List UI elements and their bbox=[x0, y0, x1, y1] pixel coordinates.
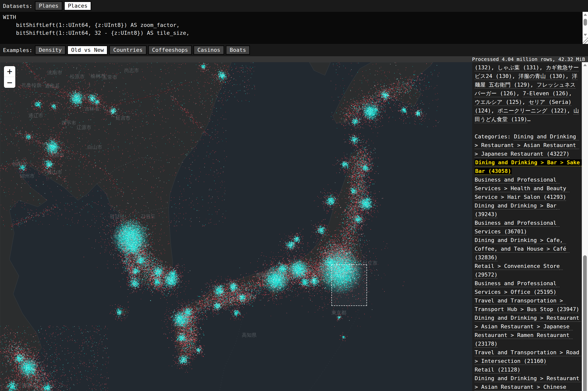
example-button-countries[interactable]: Countries bbox=[109, 45, 147, 55]
query-editor-block: WITH bitShiftLeft(1::UInt64, {z:UInt8}) … bbox=[0, 12, 588, 44]
example-button-coffeeshops[interactable]: Coffeeshops bbox=[148, 45, 192, 55]
dataset-button-places[interactable]: Places bbox=[64, 1, 91, 11]
scrollbar-thumb[interactable] bbox=[583, 255, 587, 391]
query-editor[interactable]: WITH bitShiftLeft(1::UInt64, {z:UInt8}) … bbox=[0, 12, 588, 38]
main-row: + − (132), しゃぶ葉 (131), カギ救急サービス24 (130),… bbox=[0, 62, 588, 391]
status-strip: Processed 4.04 million rows, 42.32 MiB bbox=[0, 56, 588, 62]
brand-link[interactable]: 7-Eleven (126) bbox=[523, 90, 569, 97]
category-link[interactable]: Travel and Transportation > Transport Hu… bbox=[475, 297, 579, 312]
map-selection-box bbox=[331, 265, 367, 306]
scroll-down-icon[interactable] bbox=[584, 34, 587, 36]
brand-link[interactable]: ウエルシア (125) bbox=[475, 99, 522, 105]
category-link[interactable]: Business and Professional Services > Hea… bbox=[475, 177, 570, 200]
brand-link[interactable]: 洋服の青山 (130) bbox=[519, 73, 566, 79]
category-link[interactable]: Dining and Drinking > Cafe, Coffee, and … bbox=[475, 237, 570, 261]
categories-paragraph: Categories: Dining and Drinking > Restau… bbox=[475, 132, 580, 391]
category-link[interactable]: Dining and Drinking > Restaurant > Asian… bbox=[475, 375, 582, 391]
resize-grip-icon[interactable] bbox=[583, 37, 588, 44]
example-button-density[interactable]: Density bbox=[35, 45, 66, 55]
example-button-old-vs-new[interactable]: Old vs New bbox=[67, 45, 108, 55]
category-link[interactable]: Dining and Drinking > Bar (39243) bbox=[475, 202, 560, 217]
brands-paragraph: (132), しゃぶ葉 (131), カギ救急サービス24 (130), 洋服の… bbox=[475, 63, 580, 124]
examples-toggle-group: DensityOld vs NewCountriesCoffeeshopsCas… bbox=[35, 45, 250, 55]
datasets-bar: Datasets: PlanesPlaces bbox=[0, 0, 588, 12]
dataset-button-planes[interactable]: Planes bbox=[35, 1, 62, 11]
category-link[interactable]: Retail > Convenience Store (29572) bbox=[475, 263, 563, 278]
category-link[interactable]: Business and Professional Services (3670… bbox=[475, 220, 560, 235]
sidebar-scrollbar[interactable] bbox=[582, 62, 588, 391]
category-link[interactable]: Business and Professional Services > Off… bbox=[475, 280, 560, 295]
zoom-out-button[interactable]: − bbox=[4, 77, 15, 88]
map-viewport[interactable]: + − bbox=[0, 62, 472, 391]
scroll-up-icon[interactable] bbox=[584, 13, 587, 16]
example-button-casinos[interactable]: Casinos bbox=[193, 45, 224, 55]
example-button-boats[interactable]: Boats bbox=[226, 45, 250, 55]
scrollbar-thumb[interactable] bbox=[584, 19, 587, 26]
query-editor-scrollbar[interactable] bbox=[583, 12, 588, 37]
datasets-toggle-group: PlanesPlaces bbox=[35, 1, 91, 11]
category-link[interactable]: Retail (21128) bbox=[475, 367, 520, 373]
examples-label: Examples: bbox=[3, 47, 32, 53]
examples-bar: Examples: DensityOld vs NewCountriesCoff… bbox=[0, 44, 588, 56]
category-link-highlighted[interactable]: Dining and Drinking > Bar > Sake Bar (43… bbox=[475, 159, 582, 174]
category-link[interactable]: Travel and Transportation > Road > Inter… bbox=[475, 349, 582, 364]
zoom-in-button[interactable]: + bbox=[4, 66, 15, 77]
category-link[interactable]: Dining and Drinking > Restaurant > Asian… bbox=[475, 133, 579, 157]
brand-link[interactable]: (132) bbox=[475, 64, 491, 71]
results-sidebar: (132), しゃぶ葉 (131), カギ救急サービス24 (130), 洋服の… bbox=[472, 62, 582, 391]
status-text: Processed 4.04 million rows, 42.32 MiB bbox=[472, 56, 585, 62]
datasets-label: Datasets: bbox=[3, 3, 32, 9]
map-canvas[interactable] bbox=[0, 62, 472, 391]
brand-link[interactable]: ポニークリーニング (122) bbox=[498, 107, 567, 114]
category-link[interactable]: Dining and Drinking > Restaurant > Asian… bbox=[475, 315, 582, 347]
scroll-up-icon[interactable] bbox=[583, 64, 587, 66]
brand-link[interactable]: しゃぶ葉 (131) bbox=[498, 64, 539, 71]
map-zoom-control: + − bbox=[4, 66, 15, 88]
